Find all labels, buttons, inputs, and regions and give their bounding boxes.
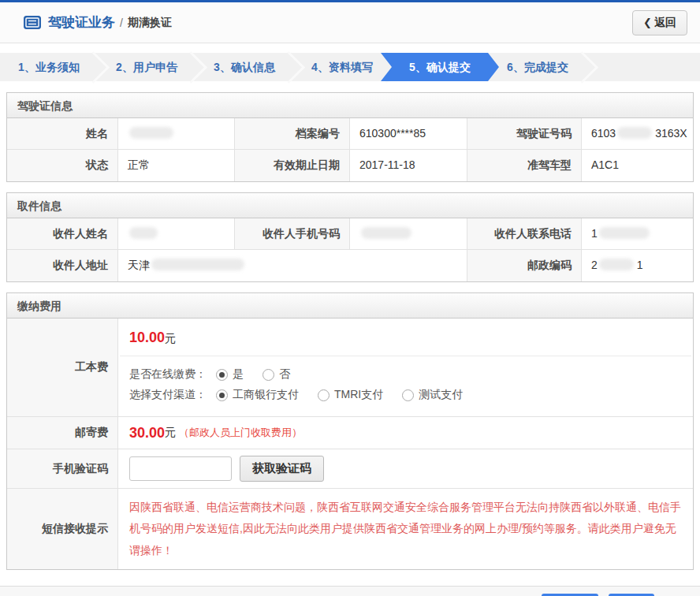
- fee-row: 工本费 10.00元 是否在线缴费： 是 否: [7, 318, 693, 417]
- valid-until-value: 2017-11-18: [350, 150, 467, 181]
- redacted-recipient-name: [129, 227, 158, 239]
- fee-amount: 10.00: [129, 330, 165, 345]
- breadcrumb: 驾驶证业务 / 期满换证: [24, 13, 172, 32]
- license-no-value: 61033163X: [582, 118, 693, 150]
- fee-amount-line: 10.00元: [120, 318, 691, 356]
- postage-content: 30.00元（邮政人员上门收取费用）: [118, 417, 693, 449]
- radio-test-icon[interactable]: [402, 389, 414, 401]
- page-header: 驾驶证业务 / 期满换证 ❮返回: [0, 2, 700, 43]
- license-no-label: 驾驶证号码: [467, 118, 582, 150]
- postage-unit: 元: [165, 426, 176, 440]
- pickup-info-section: 取件信息 收件人姓名 收件人手机号码 收件人联系电话 1 收件人地址 天津 邮政…: [6, 192, 694, 282]
- name-label: 姓名: [7, 118, 118, 150]
- radio-no-icon[interactable]: [262, 369, 274, 381]
- back-button-label: 返回: [654, 16, 676, 28]
- sms-code-row: 手机验证码 获取验证码: [7, 449, 693, 489]
- postal-code-value: 21: [582, 250, 693, 281]
- license-info-table: 姓名 档案编号 610300****85 驾驶证号码 61033163X 状态 …: [7, 118, 693, 181]
- channel-option-tmri[interactable]: TMRI支付: [318, 388, 383, 402]
- postal-code-prefix: 2: [591, 259, 598, 271]
- postage-label: 邮寄费: [7, 417, 118, 449]
- recipient-name-label: 收件人姓名: [7, 218, 118, 250]
- license-business-icon: [24, 16, 41, 29]
- channel-option-test-label: 测试支付: [419, 388, 463, 402]
- online-pay-option-yes-label: 是: [233, 367, 244, 382]
- step-1-business-notice: 1、业务须知: [0, 53, 98, 81]
- get-sms-code-button[interactable]: 获取验证码: [240, 456, 324, 482]
- fee-label: 工本费: [7, 318, 118, 416]
- postal-code-label: 邮政编码: [467, 250, 582, 281]
- postage-note: （邮政人员上门收取费用）: [179, 426, 302, 440]
- vehicle-class-label: 准驾车型: [467, 150, 582, 181]
- online-pay-option-yes[interactable]: 是: [216, 367, 244, 382]
- license-no-prefix: 6103: [591, 127, 616, 140]
- redacted-license-no: [617, 127, 652, 139]
- redacted-postal-code: [599, 259, 634, 270]
- breadcrumb-current-page: 期满换证: [128, 16, 172, 30]
- recipient-name-value: [118, 218, 235, 250]
- breadcrumb-separator: /: [120, 17, 123, 29]
- sms-tip-text: 因陕西省联通、电信运营商技术问题，陕西省互联网交通安全综合服务管理平台无法向持陕…: [118, 489, 693, 569]
- breadcrumb-business-type[interactable]: 驾驶证业务: [48, 13, 115, 32]
- status-value: 正常: [118, 150, 235, 181]
- pickup-info-title: 取件信息: [7, 193, 693, 218]
- postal-code-suffix: 1: [637, 259, 643, 271]
- recipient-mobile-label: 收件人手机号码: [235, 218, 350, 250]
- recipient-mobile-value: [350, 218, 467, 250]
- step-progress-bar: 1、业务须知 2、用户申告 3、确认信息 4、资料填写 5、确认提交 6、完成提…: [0, 53, 700, 81]
- sms-code-label: 手机验证码: [7, 449, 118, 488]
- pickup-info-table: 收件人姓名 收件人手机号码 收件人联系电话 1 收件人地址 天津 邮政编码 21: [7, 218, 693, 281]
- recipient-address-label: 收件人地址: [7, 250, 118, 281]
- radio-icbc-icon[interactable]: [216, 389, 228, 401]
- main-content: 驾驶证信息 姓名 档案编号 610300****85 驾驶证号码 6103316…: [0, 81, 700, 570]
- recipient-phone-value: 1: [582, 218, 693, 250]
- online-pay-option-no-label: 否: [279, 367, 290, 382]
- redacted-recipient-address: [151, 259, 244, 270]
- payment-section: 缴纳费用 工本费 10.00元 是否在线缴费： 是: [6, 292, 694, 570]
- name-value: [118, 118, 235, 150]
- pay-channel-question: 选择支付渠道：: [129, 388, 207, 402]
- status-label: 状态: [7, 150, 118, 181]
- radio-tmri-icon[interactable]: [318, 389, 330, 401]
- step-5-confirm-submit-active: 5、确认提交: [381, 53, 499, 81]
- license-info-section: 驾驶证信息 姓名 档案编号 610300****85 驾驶证号码 6103316…: [6, 92, 694, 182]
- fee-content: 10.00元 是否在线缴费： 是 否: [118, 318, 693, 416]
- payment-title: 缴纳费用: [7, 293, 693, 318]
- step-4-fill-data: 4、资料填写: [293, 53, 391, 81]
- file-no-label: 档案编号: [235, 118, 350, 150]
- online-pay-question-line: 是否在线缴费： 是 否: [129, 367, 682, 382]
- license-info-title: 驾驶证信息: [7, 93, 693, 118]
- redacted-recipient-phone: [599, 227, 650, 239]
- redacted-recipient-mobile: [361, 227, 411, 239]
- license-no-suffix: 3163X: [655, 127, 687, 140]
- back-chevron-icon: ❮: [643, 17, 652, 28]
- channel-option-test[interactable]: 测试支付: [402, 388, 463, 402]
- file-no-value: 610300****85: [350, 118, 467, 150]
- fee-unit: 元: [165, 332, 176, 345]
- back-button[interactable]: ❮返回: [632, 10, 687, 35]
- radio-yes-icon[interactable]: [216, 369, 228, 381]
- postage-amount: 30.00: [129, 425, 165, 441]
- vehicle-class-value: A1C1: [582, 150, 693, 181]
- recipient-phone-prefix: 1: [591, 227, 598, 240]
- pay-channel-question-line: 选择支付渠道： 工商银行支付 TMRI支付 测试支付: [129, 388, 682, 402]
- recipient-address-value: 天津: [118, 250, 467, 281]
- sms-code-content: 获取验证码: [118, 449, 693, 488]
- postage-row: 邮寄费 30.00元（邮政人员上门收取费用）: [7, 417, 693, 449]
- online-pay-question: 是否在线缴费：: [129, 367, 207, 382]
- redacted-name: [129, 127, 173, 139]
- step-6-complete-submit: 6、完成提交: [489, 53, 586, 81]
- recipient-address-prefix: 天津: [128, 259, 150, 271]
- step-2-user-declaration: 2、用户申告: [98, 53, 195, 81]
- sms-code-input[interactable]: [129, 456, 232, 481]
- channel-option-icbc-label: 工商银行支付: [233, 388, 299, 402]
- page-footer: 上一步 完成: [0, 586, 700, 596]
- recipient-phone-label: 收件人联系电话: [467, 218, 582, 250]
- channel-option-tmri-label: TMRI支付: [334, 388, 383, 402]
- valid-until-label: 有效期止日期: [235, 150, 350, 181]
- online-pay-option-no[interactable]: 否: [262, 367, 290, 382]
- channel-option-icbc[interactable]: 工商银行支付: [216, 388, 299, 402]
- sms-tip-row: 短信接收提示 因陕西省联通、电信运营商技术问题，陕西省互联网交通安全综合服务管理…: [7, 489, 693, 569]
- fee-options: 是否在线缴费： 是 否 选择支付渠道：: [118, 356, 693, 416]
- step-3-confirm-info: 3、确认信息: [195, 53, 293, 81]
